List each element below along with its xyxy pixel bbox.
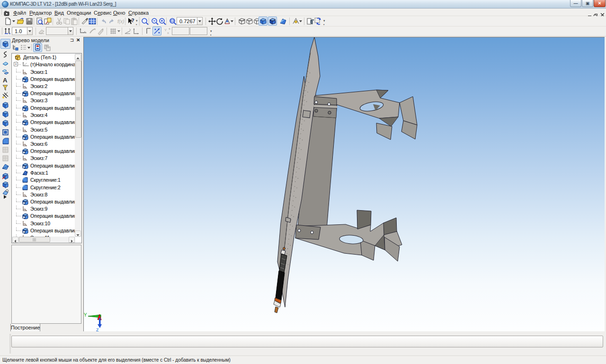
svg-text:f(x): f(x) bbox=[117, 19, 124, 24]
svg-text:x: x bbox=[167, 31, 169, 35]
svg-text:Y: Y bbox=[84, 312, 87, 318]
svg-text:A: A bbox=[3, 77, 8, 84]
svg-text:?: ? bbox=[131, 18, 134, 23]
